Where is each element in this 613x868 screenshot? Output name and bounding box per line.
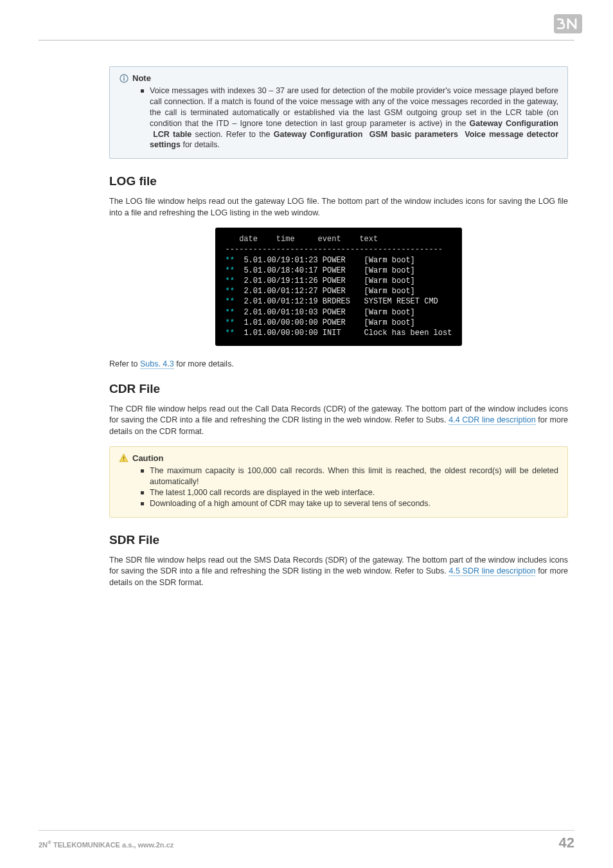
link-subs-4-3[interactable]: Subs. 4.3 — [140, 359, 174, 369]
note-list: Voice messages with indexes 30 – 37 are … — [141, 86, 558, 150]
paragraph-sdr: The SDR file window helps read out the S… — [109, 555, 568, 589]
link-cdr-desc[interactable]: 4.4 CDR line description — [449, 415, 535, 425]
note-callout: Note Voice messages with indexes 30 – 37… — [109, 66, 568, 159]
header-divider — [39, 40, 574, 41]
paragraph-log: The LOG file window helps read out the g… — [109, 196, 568, 219]
info-icon — [119, 73, 129, 83]
caution-item: The latest 1,000 call records are displa… — [141, 487, 558, 498]
caution-list: The maximum capacity is 100,000 call rec… — [141, 466, 558, 509]
caution-callout: Caution The maximum capacity is 100,000 … — [109, 446, 568, 518]
note-title: Note — [132, 73, 151, 83]
link-sdr-desc[interactable]: 4.5 SDR line description — [449, 566, 535, 576]
svg-rect-4 — [123, 457, 124, 459]
log-terminal: date time event text -------------------… — [215, 228, 463, 346]
note-item: Voice messages with indexes 30 – 37 are … — [141, 86, 558, 150]
footer-brand: 2N® TELEKOMUNIKACE a.s., www.2n.cz — [39, 840, 173, 849]
warning-icon — [119, 453, 129, 463]
heading-log-file: LOG file — [109, 174, 568, 188]
refer-pre: Refer to — [109, 359, 140, 368]
svg-rect-2 — [123, 77, 125, 80]
heading-cdr-file: CDR File — [109, 382, 568, 396]
refer-log: Refer to Subs. 4.3 for more details. — [109, 359, 568, 370]
brand-logo — [554, 14, 582, 36]
page-footer: 2N® TELEKOMUNIKACE a.s., www.2n.cz 42 — [39, 830, 574, 851]
heading-sdr-file: SDR File — [109, 533, 568, 547]
caution-title: Caution — [132, 453, 163, 463]
caution-item: Downloading of a high amount of CDR may … — [141, 498, 558, 509]
svg-rect-5 — [123, 460, 124, 460]
page-number: 42 — [559, 835, 574, 851]
refer-post: for more details. — [174, 359, 234, 368]
caution-item: The maximum capacity is 100,000 call rec… — [141, 466, 558, 487]
svg-rect-3 — [123, 76, 125, 77]
paragraph-cdr: The CDR file window helps read out the C… — [109, 404, 568, 438]
